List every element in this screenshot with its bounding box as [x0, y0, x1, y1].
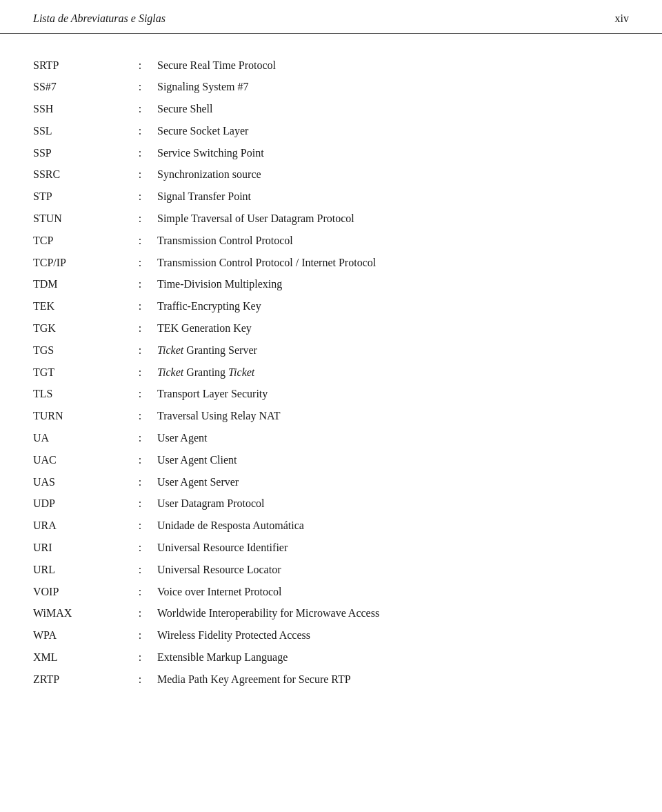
- table-row: STP:Signal Transfer Point: [33, 186, 629, 208]
- table-row: SSH:Secure Shell: [33, 99, 629, 121]
- colon-separator: :: [123, 384, 157, 406]
- colon-separator: :: [123, 120, 157, 142]
- definition-cell: User Agent Server: [157, 471, 629, 493]
- definition-cell: Secure Shell: [157, 99, 629, 121]
- definition-cell: Service Switching Point: [157, 142, 629, 164]
- table-row: URA:Unidade de Resposta Automática: [33, 515, 629, 537]
- abbreviation-cell: ZRTP: [33, 669, 123, 691]
- abbreviation-cell: TGS: [33, 339, 123, 362]
- colon-separator: :: [123, 208, 157, 230]
- colon-separator: :: [123, 339, 157, 362]
- main-content: SRTP:Secure Real Time ProtocolSS#7:Signa…: [0, 55, 662, 718]
- abbreviation-cell: SSH: [33, 99, 123, 121]
- table-row: UA:User Agent: [33, 428, 629, 450]
- abbreviation-cell: TDM: [33, 274, 123, 296]
- colon-separator: :: [123, 647, 157, 669]
- colon-separator: :: [123, 493, 157, 515]
- abbreviation-cell: TEK: [33, 296, 123, 318]
- definition-cell: Media Path Key Agreement for Secure RTP: [157, 669, 629, 691]
- colon-separator: :: [123, 362, 157, 384]
- table-row: WPA:Wireless Fidelity Protected Access: [33, 625, 629, 647]
- abbreviation-cell: URL: [33, 559, 123, 581]
- abbreviation-cell: TURN: [33, 406, 123, 428]
- abbreviation-cell: WiMAX: [33, 603, 123, 625]
- abbreviation-cell: SSP: [33, 142, 123, 164]
- colon-separator: :: [123, 537, 157, 560]
- abbreviation-cell: UA: [33, 428, 123, 450]
- definition-cell: Time-Division Multiplexing: [157, 274, 629, 296]
- definition-cell: Secure Socket Layer: [157, 120, 629, 142]
- definition-cell: Simple Traversal of User Datagram Protoc…: [157, 208, 629, 230]
- abbreviation-cell: XML: [33, 647, 123, 669]
- definition-cell: Signaling System #7: [157, 77, 629, 99]
- table-row: ZRTP:Media Path Key Agreement for Secure…: [33, 669, 629, 691]
- table-row: VOIP:Voice over Internet Protocol: [33, 581, 629, 603]
- definition-cell: Wireless Fidelity Protected Access: [157, 625, 629, 647]
- table-row: WiMAX:Worldwide Interoperability for Mic…: [33, 603, 629, 625]
- colon-separator: :: [123, 252, 157, 274]
- definition-cell: User Agent: [157, 428, 629, 450]
- abbreviation-cell: UAS: [33, 471, 123, 493]
- definition-cell: Ticket Granting Ticket: [157, 362, 629, 384]
- header-title: Lista de Abreviaturas e Siglas: [33, 12, 166, 25]
- abbreviation-cell: TCP: [33, 230, 123, 252]
- abbreviation-cell: WPA: [33, 625, 123, 647]
- table-row: TGT:Ticket Granting Ticket: [33, 362, 629, 384]
- abbreviations-table: SRTP:Secure Real Time ProtocolSS#7:Signa…: [33, 55, 629, 691]
- definition-cell: Voice over Internet Protocol: [157, 581, 629, 603]
- abbreviation-cell: TGK: [33, 318, 123, 340]
- colon-separator: :: [123, 471, 157, 493]
- table-row: XML:Extensible Markup Language: [33, 647, 629, 669]
- colon-separator: :: [123, 164, 157, 186]
- colon-separator: :: [123, 449, 157, 471]
- table-row: STUN:Simple Traversal of User Datagram P…: [33, 208, 629, 230]
- abbreviation-cell: TLS: [33, 384, 123, 406]
- colon-separator: :: [123, 581, 157, 603]
- definition-cell: Universal Resource Locator: [157, 559, 629, 581]
- table-row: SSP:Service Switching Point: [33, 142, 629, 164]
- abbreviation-cell: STP: [33, 186, 123, 208]
- table-row: SSRC:Synchronization source: [33, 164, 629, 186]
- definition-cell: User Datagram Protocol: [157, 493, 629, 515]
- table-row: SS#7:Signaling System #7: [33, 77, 629, 99]
- colon-separator: :: [123, 669, 157, 691]
- table-row: TGS:Ticket Granting Server: [33, 339, 629, 362]
- abbreviation-cell: UAC: [33, 449, 123, 471]
- abbreviation-cell: URI: [33, 537, 123, 560]
- colon-separator: :: [123, 625, 157, 647]
- abbreviation-cell: VOIP: [33, 581, 123, 603]
- colon-separator: :: [123, 515, 157, 537]
- definition-cell: Worldwide Interoperability for Microwave…: [157, 603, 629, 625]
- abbreviation-cell: URA: [33, 515, 123, 537]
- colon-separator: :: [123, 296, 157, 318]
- table-row: TCP/IP:Transmission Control Protocol / I…: [33, 252, 629, 274]
- colon-separator: :: [123, 406, 157, 428]
- abbreviation-cell: TCP/IP: [33, 252, 123, 274]
- colon-separator: :: [123, 142, 157, 164]
- colon-separator: :: [123, 318, 157, 340]
- colon-separator: :: [123, 186, 157, 208]
- table-row: SSL:Secure Socket Layer: [33, 120, 629, 142]
- definition-cell: Transmission Control Protocol: [157, 230, 629, 252]
- header-page-number: xiv: [615, 12, 629, 25]
- definition-cell: Synchronization source: [157, 164, 629, 186]
- abbreviation-cell: SS#7: [33, 77, 123, 99]
- definition-cell: Signal Transfer Point: [157, 186, 629, 208]
- definition-cell: Traversal Using Relay NAT: [157, 406, 629, 428]
- abbreviation-cell: STUN: [33, 208, 123, 230]
- colon-separator: :: [123, 274, 157, 296]
- definition-cell: TEK Generation Key: [157, 318, 629, 340]
- table-row: TEK:Traffic-Encrypting Key: [33, 296, 629, 318]
- table-row: UAS:User Agent Server: [33, 471, 629, 493]
- definition-cell: Traffic-Encrypting Key: [157, 296, 629, 318]
- definition-cell: Universal Resource Identifier: [157, 537, 629, 560]
- colon-separator: :: [123, 428, 157, 450]
- table-row: TLS:Transport Layer Security: [33, 384, 629, 406]
- definition-cell: Unidade de Resposta Automática: [157, 515, 629, 537]
- table-row: TGK:TEK Generation Key: [33, 318, 629, 340]
- abbreviation-cell: TGT: [33, 362, 123, 384]
- abbreviation-cell: SSRC: [33, 164, 123, 186]
- definition-cell: Ticket Granting Server: [157, 339, 629, 362]
- table-row: UAC:User Agent Client: [33, 449, 629, 471]
- table-row: TDM:Time-Division Multiplexing: [33, 274, 629, 296]
